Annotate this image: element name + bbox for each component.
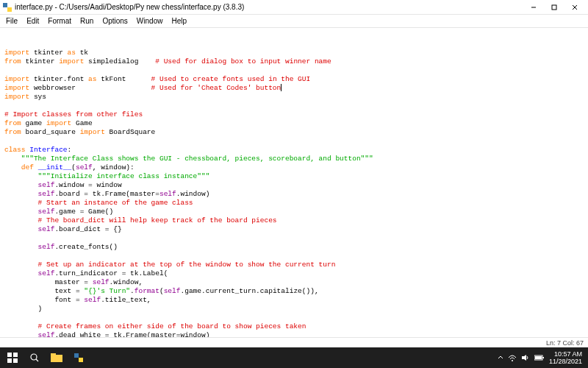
svg-rect-0 [3, 3, 7, 7]
svg-rect-3 [552, 5, 556, 10]
menu-window[interactable]: Window [132, 17, 168, 25]
svg-rect-1 [7, 7, 12, 12]
tray-volume-icon[interactable] [521, 354, 530, 361]
svg-rect-8 [7, 358, 12, 363]
svg-marker-17 [522, 355, 526, 361]
tray-date: 11/28/2021 [549, 358, 582, 365]
svg-rect-6 [7, 353, 12, 357]
statusbar: Ln: 7 Col: 67 [0, 337, 588, 347]
menu-run[interactable]: Run [76, 17, 98, 25]
svg-point-16 [512, 360, 513, 361]
task-python-icon[interactable] [68, 347, 90, 368]
svg-rect-14 [74, 353, 79, 358]
menu-help[interactable]: Help [167, 17, 191, 25]
svg-rect-9 [13, 358, 18, 363]
titlebar: interface.py - C:/Users/Aadi/Desktop/Py … [0, 0, 588, 15]
tray-wifi-icon[interactable] [508, 354, 517, 361]
code-editor[interactable]: import tkinter as tk from tkinter import… [0, 28, 588, 337]
cursor-position: Ln: 7 Col: 67 [546, 339, 584, 347]
app-icon [3, 3, 12, 12]
svg-rect-19 [542, 357, 544, 358]
window-controls [523, 0, 585, 15]
menu-options[interactable]: Options [98, 17, 132, 25]
svg-rect-15 [79, 358, 83, 362]
menu-file[interactable]: File [1, 17, 22, 25]
close-button[interactable] [564, 0, 585, 15]
svg-line-11 [36, 359, 38, 361]
taskbar: 10:57 AM 11/28/2021 [0, 347, 588, 368]
svg-rect-7 [13, 353, 18, 357]
svg-rect-13 [51, 353, 56, 355]
tray-battery-icon[interactable] [534, 355, 545, 361]
maximize-button[interactable] [544, 0, 564, 15]
start-button[interactable] [1, 347, 24, 368]
minimize-button[interactable] [523, 0, 544, 15]
task-search-icon[interactable] [24, 347, 46, 368]
tray-clock[interactable]: 10:57 AM 11/28/2021 [549, 350, 582, 365]
task-explorer-icon[interactable] [46, 347, 68, 368]
tray-time: 10:57 AM [549, 350, 582, 358]
menu-format[interactable]: Format [43, 17, 76, 25]
tray-chevron-icon[interactable] [498, 355, 503, 361]
svg-point-10 [31, 354, 37, 360]
menu-edit[interactable]: Edit [22, 17, 43, 25]
svg-rect-12 [51, 355, 62, 362]
menubar: File Edit Format Run Options Window Help [0, 15, 588, 28]
svg-rect-20 [535, 356, 542, 359]
window-title: interface.py - C:/Users/Aadi/Desktop/Py … [15, 3, 523, 11]
system-tray[interactable]: 10:57 AM 11/28/2021 [498, 350, 587, 365]
